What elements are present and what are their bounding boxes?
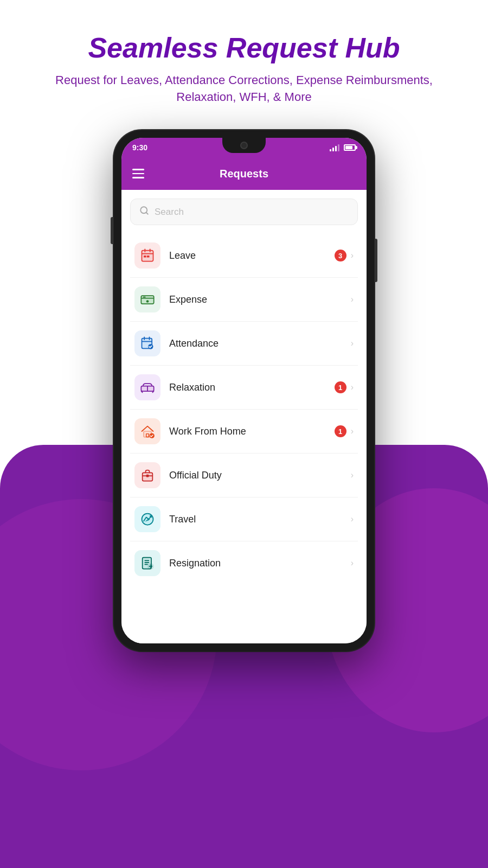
- official-duty-label: Official Duty: [169, 470, 351, 481]
- wfh-chevron: ›: [351, 426, 354, 436]
- header-section: Seamless Request Hub Request for Leaves,…: [0, 33, 488, 106]
- relaxation-chevron: ›: [351, 382, 354, 392]
- power-button: [375, 239, 377, 282]
- phone-mockup: 9:30: [114, 130, 374, 651]
- search-bar[interactable]: Search: [130, 199, 358, 225]
- phone-screen: 9:30: [121, 138, 367, 643]
- battery-icon: [344, 144, 356, 151]
- resignation-icon-wrapper: [134, 550, 160, 576]
- expense-label: Expense: [169, 294, 351, 305]
- menu-item-official-duty[interactable]: Official Duty ›: [130, 454, 358, 497]
- page-subtitle: Request for Leaves, Attendance Correctio…: [0, 72, 488, 106]
- expense-icon-wrapper: [134, 286, 160, 312]
- travel-icon-wrapper: [134, 506, 160, 532]
- menu-item-attendance[interactable]: Attendance ›: [130, 322, 358, 366]
- leave-chevron: ›: [351, 251, 354, 260]
- status-time: 9:30: [132, 143, 147, 152]
- screen-content: Search: [121, 190, 367, 643]
- search-placeholder: Search: [155, 207, 184, 218]
- svg-rect-31: [146, 475, 149, 477]
- app-bar-title: Requests: [220, 168, 268, 180]
- menu-item-expense[interactable]: Expense ›: [130, 278, 358, 322]
- status-icons: [330, 144, 356, 151]
- official-duty-chevron: ›: [351, 470, 354, 480]
- phone-outer: 9:30: [114, 130, 374, 651]
- expense-chevron: ›: [351, 295, 354, 304]
- attendance-label: Attendance: [169, 338, 351, 349]
- travel-chevron: ›: [351, 514, 354, 524]
- wfh-label: Work From Home: [169, 426, 335, 437]
- svg-line-1: [146, 212, 147, 214]
- leave-icon-wrapper: [134, 242, 160, 269]
- relaxation-badge: 1: [335, 381, 346, 393]
- resignation-label: Resignation: [169, 558, 351, 569]
- svg-rect-8: [147, 256, 150, 258]
- leave-badge: 3: [335, 250, 346, 261]
- signal-icon: [330, 144, 339, 151]
- official-duty-icon-wrapper: [134, 462, 160, 488]
- resignation-chevron: ›: [351, 558, 354, 568]
- hamburger-menu-button[interactable]: [132, 169, 144, 178]
- travel-label: Travel: [169, 514, 351, 525]
- svg-rect-7: [144, 256, 146, 258]
- menu-item-relaxation[interactable]: Relaxation 1 ›: [130, 366, 358, 410]
- relaxation-label: Relaxation: [169, 382, 335, 393]
- relaxation-icon-wrapper: [134, 374, 160, 400]
- menu-item-wfh[interactable]: Work From Home 1 ›: [130, 410, 358, 454]
- page-title: Seamless Request Hub: [0, 33, 488, 63]
- phone-camera: [240, 142, 248, 149]
- attendance-chevron: ›: [351, 339, 354, 348]
- leave-label: Leave: [169, 250, 335, 261]
- app-bar: Requests: [121, 157, 367, 190]
- wfh-icon-wrapper: [134, 418, 160, 444]
- wfh-badge: 1: [335, 425, 346, 437]
- menu-item-resignation[interactable]: Resignation ›: [130, 541, 358, 585]
- svg-point-12: [146, 300, 149, 303]
- search-icon: [139, 206, 149, 218]
- attendance-icon-wrapper: [134, 330, 160, 356]
- phone-notch: [222, 138, 266, 153]
- menu-item-leave[interactable]: Leave 3 ›: [130, 234, 358, 278]
- svg-rect-13: [143, 297, 146, 298]
- volume-button: [111, 217, 113, 244]
- svg-rect-9: [141, 296, 153, 304]
- menu-item-travel[interactable]: Travel ›: [130, 497, 358, 541]
